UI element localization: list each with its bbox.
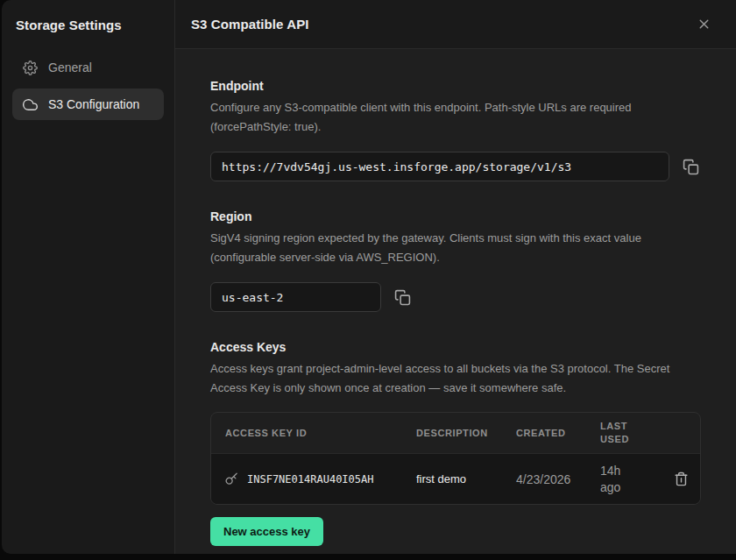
col-header-created: CREATED	[502, 427, 586, 440]
table-row: INSF7NE014RAU40I05AH first demo 4/23/202…	[211, 453, 700, 504]
main-panel: S3 Compatible API Endpoint Configure any…	[175, 0, 736, 554]
sidebar-title: Storage Settings	[12, 14, 164, 32]
endpoint-input[interactable]	[210, 152, 669, 181]
copy-endpoint-button[interactable]	[681, 157, 701, 177]
key-created: 4/23/2026	[502, 472, 586, 486]
col-header-last-used: LAST USED	[586, 420, 658, 446]
copy-icon	[394, 289, 411, 306]
x-icon	[697, 17, 711, 32]
sidebar-item-general[interactable]: General	[12, 52, 164, 83]
region-input[interactable]	[210, 282, 381, 312]
access-keys-section: Access Keys Access keys grant project-ad…	[210, 340, 701, 546]
sidebar-item-label: S3 Configuration	[48, 97, 139, 111]
key-description: first demo	[402, 472, 502, 486]
close-button[interactable]	[695, 15, 713, 33]
gear-icon	[23, 60, 38, 75]
access-keys-label: Access Keys	[210, 340, 701, 354]
col-header-access-key-id: ACCESS KEY ID	[211, 427, 402, 440]
key-icon	[225, 472, 238, 486]
key-last-used: 14h ago	[586, 463, 658, 496]
panel-header: S3 Compatible API	[175, 0, 736, 49]
delete-key-button[interactable]	[672, 470, 690, 488]
cloud-icon	[23, 97, 38, 112]
access-keys-table: ACCESS KEY ID DESCRIPTION CREATED LAST U…	[210, 412, 701, 505]
sidebar-nav: General S3 Configuration	[12, 52, 164, 120]
table-header-row: ACCESS KEY ID DESCRIPTION CREATED LAST U…	[211, 413, 700, 453]
region-label: Region	[210, 209, 701, 223]
sidebar: Storage Settings General S3 Configuratio…	[2, 0, 175, 554]
access-key-id: INSF7NE014RAU40I05AH	[247, 473, 374, 486]
storage-settings-modal: Storage Settings General S3 Configuratio…	[2, 0, 736, 554]
new-access-key-button[interactable]: New access key	[210, 517, 323, 546]
col-header-description: DESCRIPTION	[402, 427, 502, 440]
endpoint-label: Endpoint	[210, 79, 701, 93]
access-keys-description: Access keys grant project-admin-level ac…	[210, 359, 701, 398]
panel-title: S3 Compatible API	[191, 17, 309, 32]
sidebar-item-label: General	[48, 60, 92, 74]
endpoint-description: Configure any S3-compatible client with …	[210, 98, 701, 137]
sidebar-item-s3-configuration[interactable]: S3 Configuration	[12, 89, 164, 120]
access-key-id-cell: INSF7NE014RAU40I05AH	[211, 472, 402, 486]
endpoint-section: Endpoint Configure any S3-compatible cli…	[210, 79, 701, 181]
region-description: SigV4 signing region expected by the gat…	[210, 229, 701, 267]
trash-icon	[674, 471, 689, 486]
copy-icon	[683, 159, 699, 175]
region-section: Region SigV4 signing region expected by …	[210, 209, 701, 312]
panel-content: Endpoint Configure any S3-compatible cli…	[175, 49, 736, 554]
copy-region-button[interactable]	[393, 287, 413, 308]
